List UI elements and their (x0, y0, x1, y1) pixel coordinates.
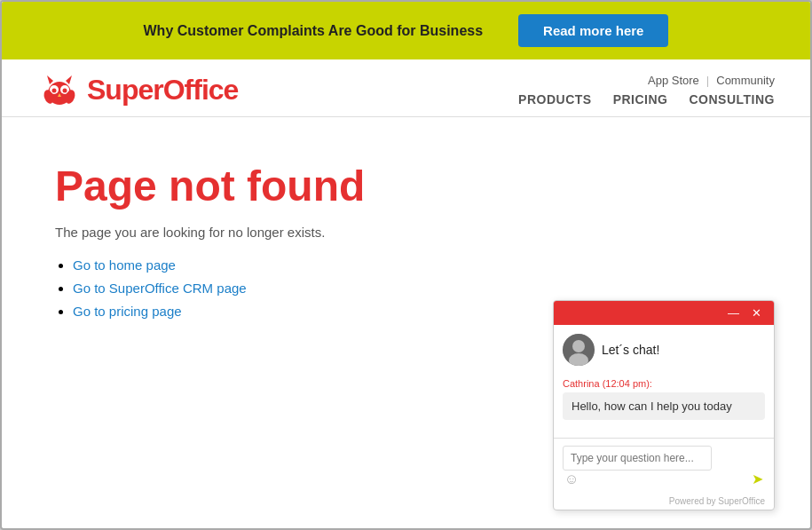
banner-text: Why Customer Complaints Are Good for Bus… (144, 23, 484, 39)
top-banner: Why Customer Complaints Are Good for Bus… (2, 2, 810, 59)
chat-input[interactable] (563, 446, 712, 471)
read-more-button[interactable]: Read more here (518, 14, 668, 47)
chat-greeting-text: Let´s chat! (602, 343, 659, 357)
crm-page-link[interactable]: Go to SuperOffice CRM page (73, 281, 247, 296)
svg-point-11 (572, 340, 585, 352)
avatar (563, 334, 595, 366)
error-title: Page not found (55, 162, 757, 210)
nav-links: PRODUCTS PRICING CONSULTING (518, 92, 775, 107)
chat-agent-label: Cathrina (12:04 pm): (563, 378, 765, 389)
chat-header: — ✕ (554, 301, 774, 325)
app-store-link[interactable]: App Store (648, 74, 699, 87)
top-links: App Store | Community (648, 74, 775, 87)
logo-text: SuperOffice (87, 74, 238, 107)
chat-icons-row: ☺ ➤ (563, 471, 765, 487)
chat-footer: ☺ ➤ (554, 438, 774, 494)
svg-point-6 (63, 89, 67, 93)
header-right: App Store | Community PRODUCTS PRICING C… (518, 74, 775, 107)
community-link[interactable]: Community (716, 74, 775, 87)
pricing-page-link[interactable]: Go to pricing page (73, 304, 182, 319)
nav-consulting[interactable]: CONSULTING (689, 92, 775, 107)
separator: | (706, 74, 709, 87)
svg-marker-2 (66, 75, 72, 84)
nav-products[interactable]: PRODUCTS (518, 92, 592, 107)
error-description: The page you are looking for no longer e… (55, 225, 757, 240)
svg-point-5 (52, 89, 57, 93)
list-item: Go to SuperOffice CRM page (73, 281, 757, 297)
main-content: Page not found The page you are looking … (2, 117, 810, 528)
chat-minimize-button[interactable]: — (724, 306, 743, 320)
send-icon[interactable]: ➤ (752, 471, 763, 487)
logo-icon (37, 72, 82, 107)
chat-powered-by: Powered by SuperOffice (554, 494, 774, 510)
svg-marker-1 (47, 75, 53, 84)
browser-frame: Why Customer Complaints Are Good for Bus… (0, 0, 812, 530)
header: SuperOffice App Store | Community PRODUC… (2, 59, 810, 117)
logo-area: SuperOffice (37, 72, 238, 107)
chat-greeting-row: Let´s chat! (563, 334, 765, 366)
chat-widget: — ✕ Let´s chat! Cathrina (12:04 pm): (553, 300, 775, 510)
chat-message-bubble: Hello, how can I help you today (563, 392, 765, 420)
chat-body: Let´s chat! Cathrina (12:04 pm): Hello, … (554, 325, 774, 438)
emoji-icon[interactable]: ☺ (564, 471, 579, 487)
home-page-link[interactable]: Go to home page (73, 257, 176, 273)
chat-close-button[interactable]: ✕ (748, 306, 765, 320)
nav-pricing[interactable]: PRICING (613, 92, 668, 107)
list-item: Go to home page (73, 257, 757, 273)
